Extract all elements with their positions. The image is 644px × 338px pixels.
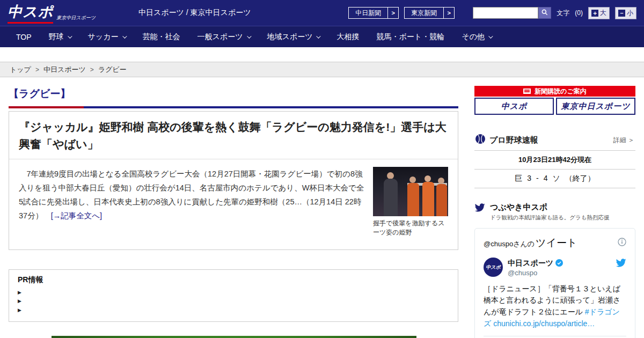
- away-score: 4: [544, 174, 548, 183]
- breadcrumb-separator: >: [35, 66, 39, 74]
- nav-label: サッカー: [88, 32, 119, 42]
- nav-label: 一般スポーツ: [197, 32, 243, 42]
- photo-shape: [409, 177, 416, 183]
- title-rule: [9, 106, 458, 108]
- tweet-url-link[interactable]: chunichi.co.jp/chuspo/article…: [493, 319, 595, 328]
- nav-item-racing[interactable]: 競馬・ボート・競輪: [368, 26, 453, 47]
- tweet-author-row: 中スポ 中日スポーツ @chuspo: [484, 258, 626, 278]
- tokyo-shimbun-link[interactable]: 東京新聞 >: [404, 7, 455, 19]
- score-separator: -: [536, 174, 539, 183]
- baseball-widget-header: プロ野球速報 詳細 ＞: [474, 131, 635, 151]
- subscription-banner[interactable]: 新聞購読のご案内: [474, 86, 635, 97]
- ad-banner-image[interactable]: [52, 336, 416, 338]
- twitter-embed-card: @chuspoさんの ツイート 中スポ 中日スポーツ @chuspo: [474, 228, 635, 338]
- font-smaller-button[interactable]: － 小: [615, 7, 636, 19]
- newspaper-icon: [523, 89, 531, 94]
- baseball-score-row[interactable]: 巨 3 - 4 ソ （終了）: [474, 170, 635, 188]
- home-score: 3: [527, 174, 531, 183]
- font-size-label: 文字: [557, 9, 569, 18]
- top-header: 中スポ 東京中日スポーツ 中日スポーツ / 東京中日スポーツ 中日新聞 > 東京…: [0, 0, 644, 26]
- nav-label: その他: [462, 32, 485, 42]
- subscription-banner-label: 新聞購読のご案内: [535, 87, 587, 96]
- twitter-embed-header: @chuspoさんの ツイート: [484, 236, 626, 250]
- pr-title: PR情報: [18, 275, 449, 285]
- tweets-section-header: つぶやき中スポ ドラ観戦の本紙評論家も語る。グラも熱烈応援: [474, 202, 635, 222]
- minus-icon: －: [618, 10, 625, 17]
- font-larger-button[interactable]: ＋ 大: [588, 7, 610, 19]
- account-handle: @chuspo: [508, 269, 563, 278]
- chuspo-logo-button[interactable]: 中スポ: [474, 98, 554, 115]
- main-content: 【ラグビー】 『ジャッカル』姫野和樹 高校の後輩を熱く鼓舞「ラグビーの魅力発信を…: [0, 77, 644, 338]
- search-box: [473, 7, 551, 19]
- nav-item-regional-sports[interactable]: 地域スポーツ: [259, 26, 328, 47]
- search-input[interactable]: [473, 7, 538, 19]
- nav-item-sumo[interactable]: 大相撲: [328, 26, 368, 47]
- photo-shape: [384, 179, 398, 216]
- nav-label: 野球: [49, 32, 64, 42]
- tokyo-chunichi-logo-button[interactable]: 東京中日スポーツ: [556, 98, 635, 115]
- photo-shape: [438, 178, 444, 184]
- plus-icon: ＋: [591, 10, 598, 17]
- chevron-right-icon: >: [444, 7, 455, 19]
- tweets-section-title: つぶやき中スポ: [490, 202, 609, 212]
- info-icon[interactable]: [618, 238, 626, 248]
- site-logo[interactable]: 中スポ 東京中日スポーツ: [8, 2, 96, 24]
- pr-list-item[interactable]: ▶: [18, 306, 449, 315]
- nav-item-general-sports[interactable]: 一般スポーツ: [189, 26, 259, 47]
- verified-badge-icon: [555, 259, 563, 267]
- chevron-down-icon: [317, 34, 321, 38]
- nav-label: 大相撲: [336, 32, 359, 42]
- account-name-row[interactable]: 中日スポーツ: [508, 258, 563, 268]
- nav-label: 地域スポーツ: [267, 32, 313, 42]
- nav-item-top[interactable]: TOP: [8, 26, 40, 47]
- nav-item-other[interactable]: その他: [453, 26, 500, 47]
- article-headline[interactable]: 『ジャッカル』姫野和樹 高校の後輩を熱く鼓舞「ラグビーの魅力発信を!」選手は大興…: [9, 112, 458, 159]
- read-more-link[interactable]: [→記事全文へ]: [51, 211, 102, 220]
- pr-list-item[interactable]: ▶: [18, 288, 449, 297]
- chevron-right-icon: >: [388, 7, 399, 19]
- breadcrumb-link-top[interactable]: トップ: [10, 65, 31, 75]
- breadcrumb-link-chuspo[interactable]: 中日スポーツ: [43, 65, 86, 75]
- nav-label: 芸能・社会: [143, 32, 180, 42]
- bird-icon: [474, 202, 485, 222]
- chevron-down-icon: [488, 34, 493, 38]
- search-icon: [541, 9, 548, 18]
- left-column: 【ラグビー】 『ジャッカル』姫野和樹 高校の後輩を熱く鼓舞「ラグビーの魅力発信を…: [9, 86, 458, 338]
- search-button[interactable]: [538, 7, 551, 19]
- breadcrumb-separator: >: [90, 66, 94, 74]
- home-team: 巨: [515, 174, 522, 183]
- account-name: 中日スポーツ: [508, 258, 553, 268]
- baseball-detail-link[interactable]: 詳細 ＞: [613, 136, 634, 145]
- section-title: 【ラグビー】: [9, 87, 458, 101]
- article-card: 『ジャッカル』姫野和樹 高校の後輩を熱く鼓舞「ラグビーの魅力発信を!」選手は大興…: [9, 111, 458, 250]
- twitter-embed-footer: 埋め込む Twitterで表示: [484, 336, 626, 338]
- baseball-icon: [475, 134, 485, 146]
- article-thumbnail-image[interactable]: [373, 167, 448, 216]
- paper-link-label: 中日新聞: [348, 7, 388, 19]
- twitter-bird-icon[interactable]: [616, 258, 626, 278]
- chunichi-shimbun-link[interactable]: 中日新聞 >: [348, 7, 399, 19]
- baseball-scores-widget: プロ野球速報 詳細 ＞ 10月23日21時42分現在 巨 3 - 4 ソ （終了…: [474, 131, 635, 188]
- photo-shape: [407, 183, 419, 216]
- spacer: [0, 47, 644, 62]
- paper-link-label: 東京新聞: [404, 7, 444, 19]
- title-rule-accent: [9, 106, 84, 108]
- logo-sub-text: 東京中日スポーツ: [56, 14, 96, 24]
- pr-list-item[interactable]: ▶: [18, 297, 449, 306]
- logo-main-text: 中スポ: [8, 2, 53, 24]
- tweet-text: ［ドラニュース］「背番号１３といえば橋本と言われるように頑張って」岩瀬さんが竜ド…: [484, 283, 626, 330]
- away-team: ソ: [552, 174, 560, 183]
- site-title: 中日スポーツ / 東京中日スポーツ: [138, 8, 251, 18]
- avatar[interactable]: 中スポ: [484, 258, 503, 277]
- chevron-down-icon: [122, 34, 127, 38]
- bullet-arrow-icon: ▶: [18, 298, 21, 304]
- article-figure: 握手で後輩を激励するスーツ姿の姫野: [373, 167, 448, 238]
- chevron-down-icon: [68, 34, 72, 38]
- nav-label: 競馬・ボート・競輪: [376, 32, 444, 42]
- image-caption: 握手で後輩を激励するスーツ姿の姫野: [373, 219, 448, 238]
- nav-item-entertainment[interactable]: 芸能・社会: [134, 26, 189, 47]
- header-right-group: 中日新聞 > 東京新聞 > 文字 (0) ＋ 大 － 小: [348, 7, 636, 19]
- bullet-arrow-icon: ▶: [18, 307, 21, 313]
- nav-item-soccer[interactable]: サッカー: [79, 26, 134, 47]
- nav-item-baseball[interactable]: 野球: [40, 26, 79, 47]
